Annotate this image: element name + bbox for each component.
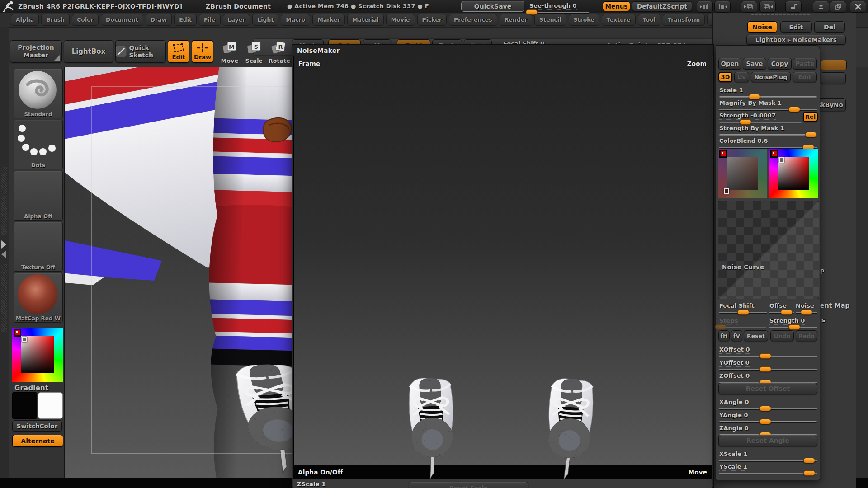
menu-item-movie[interactable]: Movie	[386, 14, 415, 26]
menu-item-picker[interactable]: Picker	[417, 14, 447, 26]
slider-handle[interactable]	[781, 310, 793, 315]
material-picker[interactable]: MatCap Red W	[14, 273, 63, 323]
brush-picker[interactable]: Standard	[14, 69, 63, 118]
redo-button[interactable]: Redo	[796, 330, 817, 341]
strength-by-mask-slider[interactable]: Strength By Mask 1	[719, 123, 817, 136]
quicksave-button[interactable]: QuickSave	[461, 1, 524, 12]
slider-track[interactable]	[719, 369, 817, 370]
menu-item-stroke[interactable]: Stroke	[569, 14, 599, 26]
menu-item-texture[interactable]: Texture	[602, 14, 636, 26]
switch-color-button[interactable]: SwitchColor	[12, 420, 62, 432]
xangle-slider[interactable]: XAngle 0	[719, 397, 817, 409]
colorblend-slider[interactable]: ColorBlend 0.6	[719, 136, 817, 148]
reset-scale-fragment[interactable]: Reset Scale	[409, 482, 528, 488]
curve-focal-shift-slider[interactable]: Focal Shift	[719, 301, 767, 313]
mode-uv-button[interactable]: Uv	[734, 72, 749, 82]
slider-track[interactable]	[719, 147, 817, 148]
flip-h-button[interactable]: fH	[718, 330, 730, 341]
document-title[interactable]: ZBrush Document	[206, 3, 271, 10]
hidden-orange-button-fragment[interactable]	[821, 60, 847, 70]
zoffset-slider[interactable]: ZOffset 0	[719, 371, 817, 383]
slider-track[interactable]	[769, 327, 817, 328]
menu-item-transform[interactable]: Transform	[663, 14, 705, 26]
slider-handle[interactable]	[788, 324, 800, 330]
tray-expand-icon[interactable]	[1, 240, 6, 249]
stroke-picker[interactable]: Dots	[14, 120, 63, 169]
color-picker[interactable]	[12, 328, 63, 382]
yangle-slider[interactable]: YAngle 0	[719, 410, 817, 422]
slider-handle[interactable]	[801, 310, 812, 315]
restore-button[interactable]	[830, 1, 846, 13]
slider-track[interactable]	[719, 356, 817, 357]
xoffset-slider[interactable]: XOffset 0	[719, 345, 817, 357]
sv-cursor[interactable]	[22, 337, 27, 342]
divider-right-button[interactable]	[714, 1, 731, 13]
noise-color1-sv[interactable]	[727, 157, 759, 191]
tab-del[interactable]: Del	[814, 21, 845, 33]
steps-slider[interactable]: Steps	[719, 316, 766, 328]
menu-item-brush[interactable]: Brush	[41, 14, 70, 26]
menus-button[interactable]: Menus	[603, 1, 630, 11]
paste-button[interactable]: Paste	[793, 58, 817, 70]
menu-item-marker[interactable]: Marker	[312, 14, 345, 26]
slider-handle[interactable]	[715, 324, 726, 330]
strength-slider[interactable]: Strength -0.0007	[719, 111, 802, 123]
alternate-button[interactable]: Alternate	[12, 435, 63, 447]
menu-item-layer[interactable]: Layer	[223, 14, 250, 26]
alpha-onoff-label[interactable]: Alpha On/Off	[298, 469, 343, 476]
menu-item-macro[interactable]: Macro	[281, 14, 310, 26]
menu-item-alpha[interactable]: Alpha	[11, 14, 39, 26]
alpha-picker[interactable]: Alpha Off	[14, 171, 63, 221]
lightbox-noisemakers-button[interactable]: Lightbox ▶ NoiseMakers	[746, 35, 846, 45]
slider-track[interactable]	[719, 134, 817, 136]
divider-left-button[interactable]	[697, 1, 713, 13]
reset-angle-button[interactable]: Reset Angle	[718, 435, 817, 446]
tray-collapse-icon[interactable]	[1, 250, 6, 258]
prev-document-button[interactable]	[741, 1, 757, 13]
scale-slider[interactable]: Scale 1	[719, 85, 817, 98]
slider-handle[interactable]	[803, 470, 815, 476]
slider-track[interactable]	[719, 473, 817, 474]
gradient-label[interactable]: Gradient	[14, 384, 48, 392]
minimize-button[interactable]	[813, 1, 829, 13]
curve-noise-slider[interactable]: Noise	[796, 301, 817, 313]
frame-label[interactable]: Frame	[298, 60, 320, 67]
move-button[interactable]: M Move	[220, 41, 240, 64]
noise-color2-picker[interactable]	[769, 149, 818, 198]
edit-button[interactable]: Edit	[168, 40, 189, 63]
slider-track[interactable]	[719, 460, 817, 461]
noise-color1-cursor[interactable]	[724, 188, 729, 194]
menu-item-stencil[interactable]: Stencil	[534, 14, 566, 26]
menu-item-light[interactable]: Light	[252, 14, 278, 26]
noise-curve-editor[interactable]: Noise Curve	[718, 201, 819, 299]
slider-handle[interactable]	[737, 310, 749, 315]
projection-master-button[interactable]: Projection Master	[10, 40, 62, 63]
maskbynoise-button-fragment[interactable]: skByNo	[818, 98, 846, 111]
slider-track[interactable]	[719, 122, 802, 123]
default-zscript-button[interactable]: DefaultZScript	[632, 1, 692, 11]
flip-v-button[interactable]: fV	[731, 330, 742, 341]
yscale-slider[interactable]: YScale 1	[719, 462, 817, 474]
menu-item-draw[interactable]: Draw	[146, 14, 172, 26]
noiseplug-button[interactable]: NoisePlug	[751, 72, 791, 82]
menu-item-render[interactable]: Render	[500, 14, 533, 26]
slider-track[interactable]	[719, 96, 817, 98]
menu-item-file[interactable]: File	[199, 14, 221, 26]
draw-button[interactable]: Draw	[192, 40, 213, 63]
texture-picker[interactable]: Texture Off	[14, 222, 63, 272]
move-label[interactable]: Move	[689, 469, 707, 476]
main-color-swatch[interactable]	[12, 392, 37, 419]
mode-3d-button[interactable]: 3D	[718, 72, 732, 82]
strength0-slider[interactable]: Strength 0	[769, 316, 817, 328]
zoom-label[interactable]: Zoom	[687, 60, 707, 67]
menu-item-document[interactable]: Document	[101, 14, 143, 26]
hidden-button-fragment[interactable]	[821, 72, 846, 84]
xscale-slider[interactable]: XScale 1	[719, 449, 817, 461]
dialog-titlebar[interactable]: NoiseMaker	[292, 45, 713, 56]
menu-item-edit[interactable]: Edit	[174, 14, 197, 26]
slider-track[interactable]	[769, 312, 794, 313]
lightbox-button[interactable]: LightBox	[64, 40, 113, 63]
undo-button[interactable]: Undo	[770, 330, 794, 341]
reset-offset-button[interactable]: Reset Offset	[718, 383, 817, 394]
slider-track[interactable]	[719, 408, 817, 409]
